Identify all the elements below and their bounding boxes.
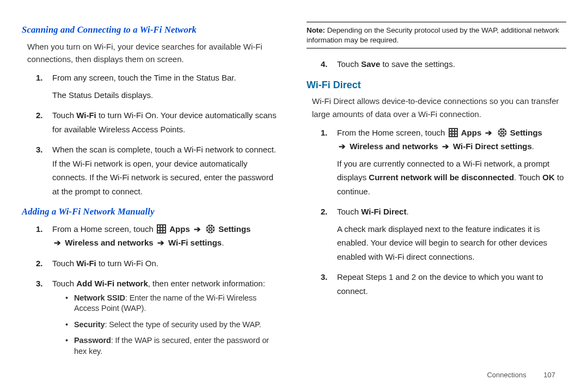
footer-chapter: Connections [487, 371, 526, 379]
svg-rect-25 [452, 134, 454, 136]
direct-step-1: From the Home screen, touch Apps ➔ Setti… [325, 126, 566, 199]
manual-step-2: Touch Wi-Fi to turn Wi-Fi On. [40, 256, 281, 271]
apps-icon [449, 127, 458, 137]
step-2: Touch Wi-Fi to turn Wi-Fi On. Your devic… [40, 108, 281, 136]
heading-scanning: Scanning and Connecting to a Wi-Fi Netwo… [22, 23, 281, 37]
svg-rect-5 [161, 228, 162, 230]
heading-adding-manual: Adding a Wi-Fi Network Manually [22, 205, 281, 219]
direct-step-2: Touch Wi-Fi Direct. A check mark display… [325, 205, 566, 264]
bullet-password: Password: If the WAP is secured, enter t… [65, 335, 281, 357]
svg-rect-8 [161, 231, 162, 232]
direct-step-1-sub: If you are currently connected to a Wi-F… [337, 157, 566, 199]
svg-point-33 [501, 132, 503, 133]
intro-wifi-direct: Wi-Fi Direct allows device-to-device con… [312, 95, 566, 120]
step-1-sub: The Status Details displays. [52, 88, 281, 102]
manual-step-3: Touch Add Wi-Fi network, then enter netw… [40, 277, 281, 357]
apps-icon [157, 224, 166, 233]
svg-rect-19 [452, 129, 454, 131]
footer-page-number: 107 [543, 371, 555, 379]
svg-rect-7 [158, 231, 160, 232]
svg-rect-6 [163, 228, 165, 230]
step-1-text: From any screen, touch the Time in the S… [52, 73, 236, 82]
svg-rect-26 [455, 134, 457, 136]
svg-rect-4 [158, 228, 160, 230]
svg-rect-21 [450, 132, 451, 133]
svg-rect-9 [163, 231, 165, 232]
svg-rect-3 [163, 225, 165, 227]
svg-rect-22 [452, 132, 454, 133]
page-footer: Connections 107 [487, 371, 555, 379]
svg-rect-1 [158, 225, 160, 227]
svg-rect-24 [450, 134, 451, 136]
svg-point-16 [210, 228, 211, 230]
steps-manual: From a Home screen, touch Apps ➔ Setting… [40, 222, 281, 357]
left-column: Scanning and Connecting to a Wi-Fi Netwo… [22, 22, 281, 370]
manual-bullets: Network SSID: Enter the name of the Wi-F… [65, 293, 281, 357]
intro-scanning: When you turn on Wi-Fi, your device sear… [27, 40, 281, 66]
svg-rect-20 [455, 129, 457, 131]
steps-scanning: From any screen, touch the Time in the S… [40, 71, 281, 198]
step-3: When the scan is complete, touch a Wi-Fi… [40, 143, 281, 198]
heading-wifi-direct: Wi-Fi Direct [307, 78, 566, 93]
step-1: From any screen, touch the Time in the S… [40, 71, 281, 102]
save-step: Touch Save to save the settings. [325, 57, 566, 71]
direct-step-3: Repeat Steps 1 and 2 on the device to wh… [325, 270, 566, 298]
steps-wifi-direct: From the Home screen, touch Apps ➔ Setti… [325, 126, 566, 298]
bullet-security: Security: Select the type of security us… [65, 320, 281, 330]
svg-rect-18 [450, 129, 451, 131]
right-column: Note: Depending on the Security protocol… [307, 22, 566, 370]
bullet-ssid: Network SSID: Enter the name of the Wi-F… [65, 293, 281, 314]
settings-icon [206, 224, 215, 233]
note-box: Note: Depending on the Security protocol… [307, 22, 566, 48]
steps-save: Touch Save to save the settings. [325, 57, 566, 71]
svg-rect-2 [161, 225, 162, 227]
manual-step-1: From a Home screen, touch Apps ➔ Setting… [40, 222, 281, 250]
settings-icon [498, 127, 507, 137]
svg-rect-23 [455, 132, 457, 133]
